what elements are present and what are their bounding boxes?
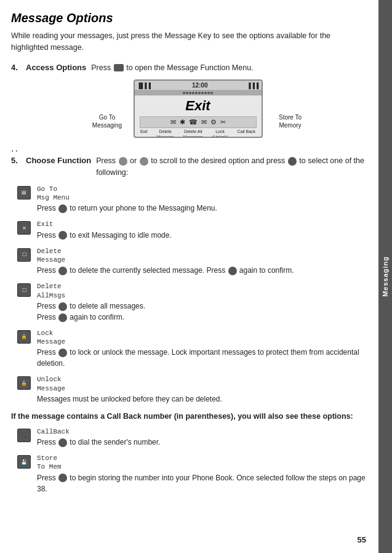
option-lock-name: LockMessage bbox=[37, 329, 366, 347]
label-delete-msg: DeleteMessage bbox=[156, 129, 174, 138]
step-4-number: 4. bbox=[11, 62, 22, 74]
step-5-desc: Press or to scroll to the desired option… bbox=[96, 155, 366, 179]
label-callback: Call Back bbox=[237, 129, 255, 138]
dot bbox=[207, 92, 210, 94]
delete-msg-icon: ☐ bbox=[17, 248, 31, 262]
press-label: Press bbox=[37, 231, 58, 240]
label-delete-all: Delete AllMessages bbox=[183, 129, 203, 138]
option-exit-content: Exit Press to exit Messaging to idle mod… bbox=[37, 220, 366, 240]
step-5-row: 5. Choose Function Press or to scroll to… bbox=[11, 155, 366, 179]
options-list: ▤ Go ToMsg Menu Press to return your pho… bbox=[17, 185, 366, 405]
annotation-go-to-messaging: Go ToMessaging bbox=[90, 113, 124, 129]
phone-exit-display: Exit bbox=[135, 95, 262, 115]
step-5-press1: Press bbox=[96, 156, 116, 165]
phone-bottom-labels: Exit DeleteMessage Delete AllMessages Lo… bbox=[135, 129, 262, 138]
select-btn-4 bbox=[58, 267, 67, 275]
step-4-desc2: to open the Message Function Menu. bbox=[126, 63, 253, 72]
option-goto-desc: Press to return your phone to the Messag… bbox=[37, 203, 366, 214]
press-label: Press bbox=[37, 438, 58, 446]
dot bbox=[192, 92, 194, 94]
dot bbox=[186, 92, 188, 94]
phone-screen-wrapper: Go ToMessaging Store ToMemory ▐▌▌▌ 12:00… bbox=[124, 79, 272, 138]
option-delete-msg: ☐ DeleteMessage Press to delete the curr… bbox=[17, 247, 366, 276]
lock-desc-text: to lock or unlock the message. Lock impo… bbox=[37, 348, 359, 368]
delete-all-confirm: again to confirm. bbox=[70, 313, 124, 321]
select-btn-7 bbox=[58, 313, 67, 322]
option-store-content: StoreTo Mem Press to begin storing the n… bbox=[37, 454, 366, 494]
step-4-label: Access Options bbox=[26, 62, 86, 74]
side-tab-label: Messaging bbox=[382, 256, 389, 297]
option-callback-desc: Press to dial the sender's number. bbox=[37, 437, 366, 448]
press-label: Press bbox=[37, 302, 58, 310]
step-5-or: or bbox=[130, 156, 137, 165]
step-5-number: 5. bbox=[11, 155, 22, 179]
option-store-mem: 💾 StoreTo Mem Press to begin storing the… bbox=[17, 454, 366, 494]
delete-desc-text: to delete the currently selected message… bbox=[70, 266, 227, 275]
signal-icon: ▐▌▌▌ bbox=[137, 83, 153, 89]
nav-down-icon bbox=[140, 157, 148, 166]
callback-icon: 📞 bbox=[17, 429, 31, 442]
option-store-desc: Press to begin storing the number into y… bbox=[37, 472, 366, 494]
press-label: Press bbox=[37, 474, 58, 482]
option-callback-name: CallBack bbox=[37, 427, 366, 436]
option-callback: 📞 CallBack Press to dial the sender's nu… bbox=[17, 427, 366, 448]
callout-text: If the message contains a Call Back numb… bbox=[11, 411, 366, 422]
intro-text: While reading your messages, just press … bbox=[11, 30, 366, 54]
side-tab: Messaging bbox=[378, 0, 392, 553]
option-callback-content: CallBack Press to dial the sender's numb… bbox=[37, 427, 366, 448]
goto-msg-icon: ▤ bbox=[17, 186, 31, 200]
unlock-desc-text: Messages must be unlocked before they ca… bbox=[37, 395, 222, 403]
dots-separator: .. bbox=[11, 143, 366, 154]
option-exit-desc: Press to exit Messaging to idle mode. bbox=[37, 230, 366, 241]
press-label: Press bbox=[37, 204, 58, 212]
option-exit-name: Exit bbox=[37, 220, 366, 228]
page-container: Message Options While reading your messa… bbox=[0, 0, 392, 553]
option-exit: ✕ Exit Press to exit Messaging to idle m… bbox=[17, 220, 366, 240]
phone-time: 12:00 bbox=[192, 82, 208, 89]
phone-icon-2: ✱ bbox=[180, 118, 185, 126]
select-btn-6 bbox=[58, 302, 67, 311]
select-btn-9 bbox=[58, 438, 67, 447]
option-delete-all-desc: Press to delete all messages.Press again… bbox=[37, 301, 366, 323]
option-delete-name: DeleteMessage bbox=[37, 247, 366, 265]
callback-desc-text: to dial the sender's number. bbox=[70, 438, 160, 446]
phone-screen: ▐▌▌▌ 12:00 ▐▐▐ bbox=[134, 79, 263, 138]
label-lock: Lock(Unlock) bbox=[212, 129, 228, 138]
lock-msg-icon: 🔒 bbox=[17, 330, 31, 344]
page-number: 55 bbox=[358, 535, 366, 544]
phone-status-bar: ▐▌▌▌ 12:00 ▐▐▐ bbox=[135, 81, 262, 91]
dot bbox=[201, 92, 204, 94]
extra-options-list: 📞 CallBack Press to dial the sender's nu… bbox=[17, 427, 366, 494]
delete-confirm-text: again to confirm. bbox=[239, 266, 294, 275]
delete-all-icon: ☐ bbox=[17, 283, 31, 297]
option-goto-name: Go ToMsg Menu bbox=[37, 185, 366, 203]
select-btn-5 bbox=[228, 267, 237, 275]
option-store-name: StoreTo Mem bbox=[37, 454, 366, 472]
option-goto-content: Go ToMsg Menu Press to return your phone… bbox=[37, 185, 366, 214]
store-mem-icon: 💾 bbox=[17, 455, 31, 469]
step-5-desc3: to scroll to the desired option and pres… bbox=[151, 156, 285, 165]
dot bbox=[195, 92, 198, 94]
battery-icon: ▐▐▐ bbox=[247, 83, 258, 89]
unlock-msg-icon: 🔓 bbox=[17, 376, 31, 390]
select-btn-3 bbox=[58, 231, 67, 240]
option-lock-msg: 🔒 LockMessage Press to lock or unlock th… bbox=[17, 329, 366, 369]
nav-up-icon bbox=[119, 157, 127, 166]
phone-icon-6: ✂ bbox=[220, 118, 226, 126]
phone-icon-3: ☎ bbox=[189, 118, 198, 126]
option-delete-all-content: DeleteAllMsgs Press to delete all messag… bbox=[37, 282, 366, 323]
annotation-store-to-memory: Store ToMemory bbox=[272, 113, 309, 129]
option-delete-desc: Press to delete the currently selected m… bbox=[37, 265, 366, 276]
option-lock-desc: Press to lock or unlock the message. Loc… bbox=[37, 347, 366, 369]
option-delete-all-name: DeleteAllMsgs bbox=[37, 282, 366, 300]
dot bbox=[189, 92, 191, 94]
option-unlock-msg: 🔓 UnlockMessage Messages must be unlocke… bbox=[17, 375, 366, 405]
phone-icon-1: ✉ bbox=[170, 118, 176, 126]
phone-dots-top bbox=[135, 91, 262, 95]
main-content: Message Options While reading your messa… bbox=[0, 0, 378, 553]
dot bbox=[204, 92, 207, 94]
step-4-row: 4. Access Options Press to open the Mess… bbox=[11, 62, 366, 74]
option-delete-all: ☐ DeleteAllMsgs Press to delete all mess… bbox=[17, 282, 366, 323]
dot bbox=[198, 92, 201, 94]
store-desc-text: to begin storing the number into your Ph… bbox=[37, 474, 366, 493]
